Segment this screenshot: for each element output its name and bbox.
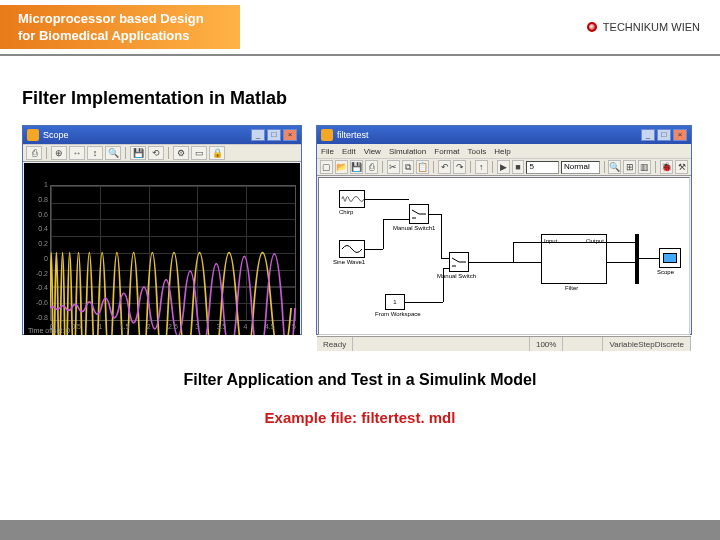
- course-title-line2: for Biomedical Applications: [18, 28, 222, 45]
- y-tick: 0: [26, 255, 48, 262]
- svg-line-3: [452, 258, 459, 262]
- filter-output-port: Output: [586, 238, 604, 244]
- zoom-in-icon[interactable]: ⊕: [51, 146, 67, 160]
- simulink-titlebar[interactable]: filtertest _ □ ×: [317, 126, 691, 144]
- x-tick: 3: [195, 323, 199, 333]
- print-icon[interactable]: ⎙: [365, 160, 378, 174]
- new-icon[interactable]: ▢: [320, 160, 333, 174]
- manual-switch1-block[interactable]: [409, 204, 429, 224]
- stop-icon[interactable]: ■: [512, 160, 525, 174]
- institution-logo: TECHNIKUM WIEN: [587, 21, 720, 33]
- close-button[interactable]: ×: [673, 129, 687, 141]
- logo-text: TECHNIKUM WIEN: [603, 21, 700, 33]
- svg-line-0: [412, 210, 419, 214]
- up-icon[interactable]: ↑: [475, 160, 488, 174]
- scope-time-offset: Time offset: 0: [28, 327, 70, 334]
- y-tick: -0.8: [26, 314, 48, 321]
- course-title-line1: Microprocessor based Design: [18, 11, 222, 28]
- caption-example-file: Example file: filtertest. mdl: [0, 409, 720, 426]
- x-tick: 1: [98, 323, 102, 333]
- fit-icon[interactable]: ⊞: [623, 160, 636, 174]
- maximize-button[interactable]: □: [657, 129, 671, 141]
- zoom-icon[interactable]: 🔍: [608, 160, 621, 174]
- simulink-app-icon: [321, 129, 333, 141]
- caption-main: Filter Application and Test in a Simulin…: [0, 371, 720, 389]
- simulink-window: filtertest _ □ × File Edit View Simulati…: [316, 125, 692, 335]
- slide-header: Microprocessor based Design for Biomedic…: [0, 0, 720, 56]
- zoom-y-icon[interactable]: ↕: [87, 146, 103, 160]
- sine-block[interactable]: [339, 240, 365, 258]
- constant-block[interactable]: 1: [385, 294, 405, 310]
- simulink-toolbar: ▢ 📂 💾 ⎙ ✂ ⧉ 📋 ↶ ↷ ↑ ▶ ■ 5 Normal 🔍 ⊞ ▥ 🐞…: [317, 158, 691, 176]
- save-icon[interactable]: 💾: [130, 146, 146, 160]
- menu-edit[interactable]: Edit: [342, 147, 356, 156]
- screenshot-panels: Scope _ □ × ⎙ ⊕ ↔ ↕ 🔍 💾 ⟲ ⚙ ▭ 🔒: [0, 125, 720, 335]
- y-tick: -0.2: [26, 270, 48, 277]
- maximize-button[interactable]: □: [267, 129, 281, 141]
- autoscale-icon[interactable]: 🔍: [105, 146, 121, 160]
- x-tick: 0.5: [71, 323, 81, 333]
- open-icon[interactable]: 📂: [335, 160, 348, 174]
- menu-help[interactable]: Help: [494, 147, 510, 156]
- menu-simulation[interactable]: Simulation: [389, 147, 426, 156]
- x-tick: 3.5: [216, 323, 226, 333]
- scope-titlebar[interactable]: Scope _ □ ×: [23, 126, 301, 144]
- chirp-label: Chirp: [339, 209, 353, 215]
- mode-select[interactable]: Normal: [561, 161, 600, 174]
- simulink-canvas[interactable]: Chirp Manual Switch1 Sine Wave1 Manual S…: [318, 177, 690, 335]
- params-icon[interactable]: ⚙: [173, 146, 189, 160]
- x-tick: 5: [292, 323, 296, 333]
- y-tick: -0.4: [26, 284, 48, 291]
- course-title-box: Microprocessor based Design for Biomedic…: [0, 5, 240, 49]
- undo-icon[interactable]: ↶: [438, 160, 451, 174]
- print-icon[interactable]: ⎙: [26, 146, 42, 160]
- play-icon[interactable]: ▶: [497, 160, 510, 174]
- lock-icon[interactable]: 🔒: [209, 146, 225, 160]
- scope-toolbar: ⎙ ⊕ ↔ ↕ 🔍 💾 ⟲ ⚙ ▭ 🔒: [23, 144, 301, 162]
- cut-icon[interactable]: ✂: [387, 160, 400, 174]
- scope-plot: 1 0.8 0.6 0.4 0.2 0 -0.2 -0.4 -0.6 -0.8 …: [24, 163, 300, 335]
- menu-file[interactable]: File: [321, 147, 334, 156]
- scope-block[interactable]: [659, 248, 681, 268]
- float-icon[interactable]: ▭: [191, 146, 207, 160]
- chirp-block[interactable]: [339, 190, 365, 208]
- status-progress: 100%: [530, 337, 563, 351]
- from-workspace-label: From Workspace: [375, 311, 421, 317]
- y-tick: -0.6: [26, 299, 48, 306]
- redo-icon[interactable]: ↷: [453, 160, 466, 174]
- scope-window: Scope _ □ × ⎙ ⊕ ↔ ↕ 🔍 💾 ⟲ ⚙ ▭ 🔒: [22, 125, 302, 335]
- manual-switch1-label: Manual Switch1: [393, 225, 435, 231]
- manual-switch-block[interactable]: [449, 252, 469, 272]
- scope-y-axis: 1 0.8 0.6 0.4 0.2 0 -0.2 -0.4 -0.6 -0.8: [26, 181, 48, 321]
- save-icon[interactable]: 💾: [350, 160, 363, 174]
- status-solver: VariableStepDiscrete: [603, 337, 691, 351]
- copy-icon[interactable]: ⧉: [402, 160, 415, 174]
- slide-footer-bar: [0, 520, 720, 540]
- debug-icon[interactable]: 🐞: [660, 160, 673, 174]
- x-tick: 2.5: [168, 323, 178, 333]
- zoom-x-icon[interactable]: ↔: [69, 146, 85, 160]
- x-tick: 4.5: [265, 323, 275, 333]
- scope-x-axis: 0 0.5 1 1.5 2 2.5 3 3.5 4 4.5 5: [50, 323, 296, 333]
- minimize-button[interactable]: _: [641, 129, 655, 141]
- menu-format[interactable]: Format: [434, 147, 459, 156]
- filter-label: Filter: [565, 285, 578, 291]
- minimize-button[interactable]: _: [251, 129, 265, 141]
- stop-time-field[interactable]: 5: [526, 161, 559, 174]
- sine-label: Sine Wave1: [333, 259, 365, 265]
- lib-icon[interactable]: ▥: [638, 160, 651, 174]
- menu-view[interactable]: View: [364, 147, 381, 156]
- menu-tools[interactable]: Tools: [468, 147, 487, 156]
- restore-icon[interactable]: ⟲: [148, 146, 164, 160]
- paste-icon[interactable]: 📋: [416, 160, 429, 174]
- simulink-title: filtertest: [337, 130, 369, 140]
- status-ready: Ready: [317, 337, 353, 351]
- y-tick: 1: [26, 181, 48, 188]
- mux-block[interactable]: [635, 234, 639, 284]
- close-button[interactable]: ×: [283, 129, 297, 141]
- build-icon[interactable]: ⚒: [675, 160, 688, 174]
- y-tick: 0.8: [26, 196, 48, 203]
- x-tick: 2: [147, 323, 151, 333]
- x-tick: 1.5: [120, 323, 130, 333]
- y-tick: 0.4: [26, 225, 48, 232]
